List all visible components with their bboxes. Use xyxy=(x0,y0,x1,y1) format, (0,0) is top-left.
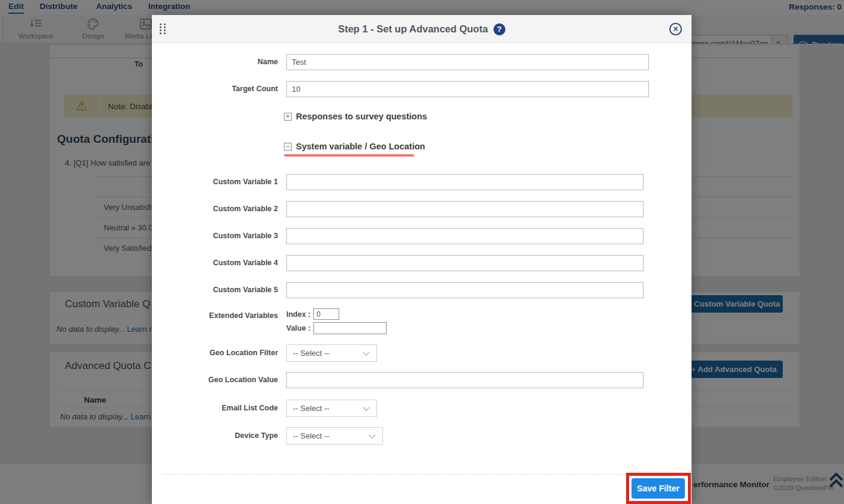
chevron-down-icon xyxy=(363,349,369,355)
custom-variable-5-input[interactable] xyxy=(286,282,644,298)
extended-index-row: Index : xyxy=(286,308,339,320)
geo-location-value-input[interactable] xyxy=(286,372,644,388)
system-variable-section-toggle[interactable]: − System variable / Geo Location xyxy=(284,142,425,151)
geo-location-filter-label: Geo Location Filter xyxy=(152,349,278,357)
custom-variable-2-input[interactable] xyxy=(286,201,644,217)
custom-variable-1-input[interactable] xyxy=(286,174,644,190)
red-underline-annotation xyxy=(284,154,414,157)
expand-plus-icon[interactable]: + xyxy=(284,113,292,121)
index-input[interactable] xyxy=(313,308,339,320)
advanced-quota-modal: Step 1 - Set up Advanced Quota ? × Name … xyxy=(152,15,692,504)
custom-variable-2-label: Custom Variable 2 xyxy=(152,205,278,213)
chevron-down-icon xyxy=(363,404,369,410)
geo-location-filter-select[interactable]: -- Select -- xyxy=(286,344,377,362)
system-variable-section-label: System variable / Geo Location xyxy=(296,142,425,151)
value-label: Value : xyxy=(286,324,310,332)
extended-variables-label: Extended Variables xyxy=(152,311,278,320)
selected-option: -- Select -- xyxy=(293,404,330,413)
red-box-annotation xyxy=(626,473,691,504)
index-label: Index : xyxy=(286,310,310,319)
responses-section-label: Responses to survey questions xyxy=(296,112,427,121)
selected-option: -- Select -- xyxy=(293,431,330,440)
responses-section-toggle[interactable]: + Responses to survey questions xyxy=(284,112,427,121)
close-icon[interactable]: × xyxy=(669,23,682,35)
target-count-input[interactable] xyxy=(286,81,649,97)
geo-location-value-label: Geo Location Value xyxy=(152,376,278,384)
selected-option: -- Select -- xyxy=(293,349,330,358)
custom-variable-3-label: Custom Variable 3 xyxy=(152,232,278,240)
collapse-minus-icon[interactable]: − xyxy=(284,143,292,151)
custom-variable-4-label: Custom Variable 4 xyxy=(152,259,278,267)
device-type-label: Device Type xyxy=(152,431,278,440)
target-count-label: Target Count xyxy=(152,85,278,93)
name-label: Name xyxy=(152,58,278,66)
name-input[interactable] xyxy=(286,54,649,70)
modal-header: Step 1 - Set up Advanced Quota ? × xyxy=(152,15,692,43)
value-input[interactable] xyxy=(313,322,387,334)
custom-variable-3-input[interactable] xyxy=(286,228,644,244)
email-list-code-label: Email List Code xyxy=(152,404,278,412)
custom-variable-1-label: Custom Variable 1 xyxy=(152,178,278,186)
email-list-code-select[interactable]: -- Select -- xyxy=(286,400,377,417)
modal-title: Step 1 - Set up Advanced Quota xyxy=(338,23,488,35)
device-type-select[interactable]: -- Select -- xyxy=(286,427,383,445)
extended-value-row: Value : xyxy=(286,322,387,334)
questionpro-quota-screen: Edit Distribute Analytics Integration Re… xyxy=(0,0,844,504)
custom-variable-4-input[interactable] xyxy=(286,255,644,271)
chevron-down-icon xyxy=(369,431,375,438)
help-icon[interactable]: ? xyxy=(493,23,505,35)
modal-title-row: Step 1 - Set up Advanced Quota ? xyxy=(152,15,692,43)
modal-footer-divider xyxy=(163,474,681,475)
custom-variable-5-label: Custom Variable 5 xyxy=(152,286,278,294)
